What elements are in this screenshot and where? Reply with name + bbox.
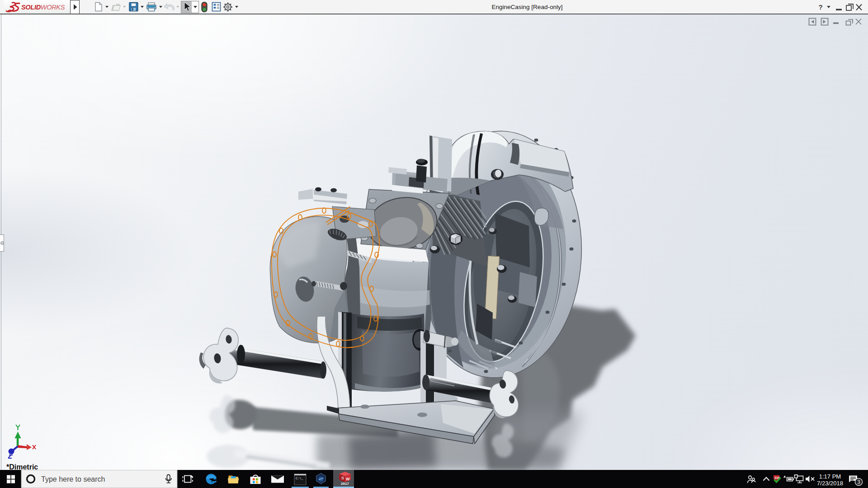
svg-text:3: 3 — [857, 479, 860, 485]
svg-text:Type here to search: Type here to search — [41, 475, 105, 483]
svg-text:7/23/2018: 7/23/2018 — [817, 480, 843, 487]
svg-text:?: ? — [818, 3, 822, 11]
svg-text:1:17 PM: 1:17 PM — [819, 473, 841, 480]
svg-text:C:\_: C:\_ — [296, 477, 304, 480]
svg-text:EngineCasing [Read-only]: EngineCasing [Read-only] — [492, 4, 563, 10]
svg-text:S: S — [341, 476, 344, 480]
svg-text:SOLIDWORKS: SOLIDWORKS — [21, 4, 65, 11]
svg-text:2017: 2017 — [341, 482, 349, 486]
svg-text:W: W — [346, 477, 350, 481]
